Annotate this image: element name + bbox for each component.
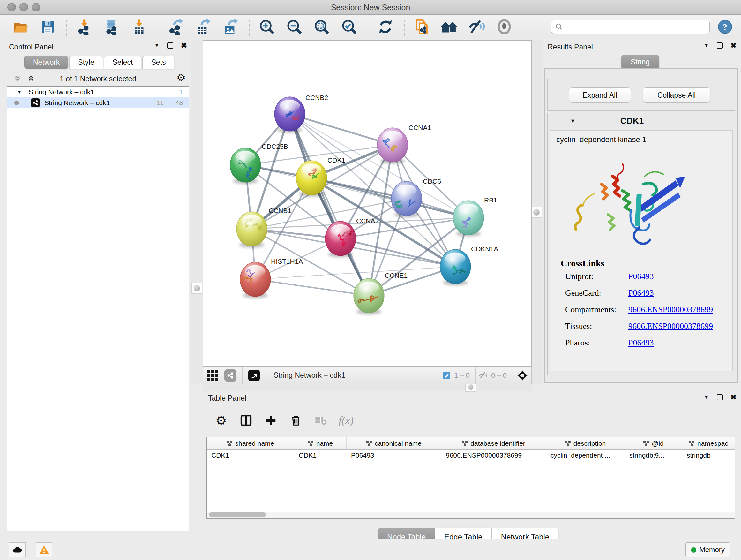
grid-mode-icon[interactable]	[207, 370, 218, 381]
cloud-icon[interactable]	[9, 543, 25, 557]
zoom-selected-icon[interactable]	[340, 18, 358, 36]
node-CDK1[interactable]	[296, 161, 327, 197]
export-image-icon[interactable]	[221, 18, 239, 36]
save-session-icon[interactable]	[39, 18, 57, 36]
show-graphics-details-icon[interactable]	[495, 18, 513, 36]
gene-section-header[interactable]: ▼ CDK1	[548, 113, 735, 129]
panel-collapse-icon[interactable]: ▼	[704, 394, 709, 400]
table-cell[interactable]: cyclin–dependent ...	[546, 449, 625, 461]
node-CDKN1A[interactable]	[440, 249, 471, 286]
expand-all-button[interactable]: Expand All	[569, 87, 631, 103]
table-cell[interactable]: stringdb	[682, 449, 735, 461]
apply-layout-icon[interactable]	[377, 18, 394, 36]
birdseye-view-icon[interactable]	[248, 370, 260, 381]
tab-string[interactable]: String	[621, 55, 659, 69]
show-columns-icon[interactable]	[239, 414, 253, 428]
zoom-in-icon[interactable]	[258, 18, 276, 36]
table-cell[interactable]: CDK1	[294, 449, 347, 461]
network-collection-row[interactable]: ▼ String Network – cdk1 1	[7, 86, 189, 98]
network-graph[interactable]: CCNB2CCNA1CDC25BCDK1CDC6RB1CCNB1CCNA2CDK…	[203, 41, 531, 366]
panel-close-icon[interactable]: ✖	[731, 394, 737, 400]
node-CCNA2[interactable]	[325, 221, 356, 257]
right-splitter-grip[interactable]	[531, 207, 542, 218]
table-panel-title: Table Panel	[208, 394, 246, 402]
string-query-icon[interactable]	[441, 18, 458, 36]
scrollbar-thumb[interactable]	[209, 512, 266, 517]
network-row-selected[interactable]: String Network – cdk1 11 48	[7, 98, 189, 108]
control-panel: Control Panel ▼ ✖ NetworkStyleSelectSets…	[4, 40, 191, 539]
node-CCNE1[interactable]	[354, 278, 384, 314]
crosslink-value-link[interactable]: 9606.ENSP00000378699	[628, 321, 713, 331]
delete-column-icon[interactable]	[289, 414, 303, 428]
column-header-shared-name[interactable]: shared name	[207, 437, 294, 449]
crosslink-value-link[interactable]: 9606.ENSP00000378699	[628, 305, 713, 314]
import-network-database-icon[interactable]	[103, 18, 121, 36]
crosslink-value-link[interactable]: P06493	[628, 272, 654, 281]
copy-network-icon[interactable]	[413, 18, 431, 36]
control-panel-tabs: NetworkStyleSelectSets	[24, 56, 175, 69]
import-network-file-icon[interactable]	[75, 18, 93, 36]
panel-collapse-icon[interactable]: ▼	[704, 42, 709, 49]
panel-close-icon[interactable]: ✖	[181, 43, 187, 49]
fit-content-crosshair-icon[interactable]	[517, 370, 528, 381]
tab-select[interactable]: Select	[104, 56, 142, 69]
open-session-icon[interactable]	[11, 18, 29, 36]
node-CCNA1[interactable]	[377, 128, 408, 164]
horizontal-scrollbar[interactable]	[207, 512, 735, 517]
table-toolbar: ⚙ f(x)	[206, 409, 354, 432]
table-cell[interactable]: stringdb:9...	[625, 449, 682, 461]
table-row[interactable]: CDK1CDK1P064939606.ENSP00000378699cyclin…	[207, 449, 735, 461]
panel-float-icon[interactable]	[167, 43, 173, 49]
warning-icon[interactable]	[36, 543, 52, 557]
column-header-canonical-name[interactable]: canonical name	[347, 437, 441, 449]
tab-sets[interactable]: Sets	[142, 56, 174, 69]
column-header-@id[interactable]: @id	[625, 437, 682, 449]
node-CDC25B[interactable]	[230, 148, 261, 184]
left-splitter-grip[interactable]	[192, 283, 202, 294]
tab-style[interactable]: Style	[69, 56, 103, 69]
section-collapse-icon[interactable]: ▼	[570, 118, 576, 125]
panel-float-icon[interactable]	[717, 43, 723, 49]
table-cell[interactable]: P06493	[347, 449, 441, 461]
right-splitter[interactable]	[530, 40, 542, 384]
tab-network[interactable]: Network	[24, 56, 68, 69]
node-HIST1H1A[interactable]	[240, 262, 271, 298]
toolbar-separator	[367, 17, 368, 36]
search-box[interactable]	[551, 20, 710, 34]
zoom-fit-icon[interactable]	[313, 18, 331, 36]
toolbar-separator	[66, 17, 67, 36]
bottom-splitter[interactable]	[203, 384, 532, 391]
table-options-gear-icon[interactable]: ⚙	[214, 414, 228, 428]
left-splitter[interactable]	[191, 40, 203, 384]
collapse-all-button[interactable]: Collapse All	[643, 87, 711, 103]
column-header-namespac[interactable]: namespac	[682, 437, 735, 449]
column-header-description[interactable]: description	[546, 437, 625, 449]
help-icon[interactable]: ?	[718, 19, 733, 35]
export-network-icon[interactable]	[166, 18, 185, 36]
tree-expand-icon[interactable]: ▼	[17, 89, 22, 95]
export-table-icon[interactable]	[194, 18, 212, 36]
column-header-database-identifier[interactable]: database identifier	[441, 437, 546, 449]
memory-button[interactable]: Memory	[685, 543, 730, 557]
node-RB1[interactable]	[453, 200, 484, 237]
panel-collapse-icon[interactable]: ▼	[154, 42, 159, 49]
zoom-out-icon[interactable]	[285, 18, 303, 36]
column-header-name[interactable]: name	[294, 437, 347, 449]
crosslink-value-link[interactable]: P06493	[628, 288, 654, 298]
selected-checkbox-icon[interactable]	[442, 371, 451, 380]
network-canvas[interactable]: CCNB2CCNA1CDC25BCDK1CDC6RB1CCNB1CCNA2CDK…	[203, 40, 532, 367]
node-CCNB1[interactable]	[237, 212, 267, 248]
table-cell[interactable]: CDK1	[207, 449, 294, 461]
panel-close-icon[interactable]: ✖	[731, 43, 737, 49]
network-options-gear-icon[interactable]: ⚙	[177, 71, 186, 84]
crosslink-value-link[interactable]: P06493	[628, 338, 654, 348]
svg-text:?: ?	[723, 21, 728, 32]
share-view-icon[interactable]	[224, 369, 237, 381]
create-column-icon[interactable]	[264, 414, 278, 428]
import-table-file-icon[interactable]	[130, 18, 148, 36]
table-cell[interactable]: 9606.ENSP00000378699	[441, 449, 546, 461]
search-input[interactable]	[563, 23, 704, 31]
hide-graphics-details-icon[interactable]	[468, 18, 486, 36]
node-table[interactable]: shared namenamecanonical namedatabase id…	[206, 437, 735, 519]
panel-float-icon[interactable]	[717, 394, 723, 400]
